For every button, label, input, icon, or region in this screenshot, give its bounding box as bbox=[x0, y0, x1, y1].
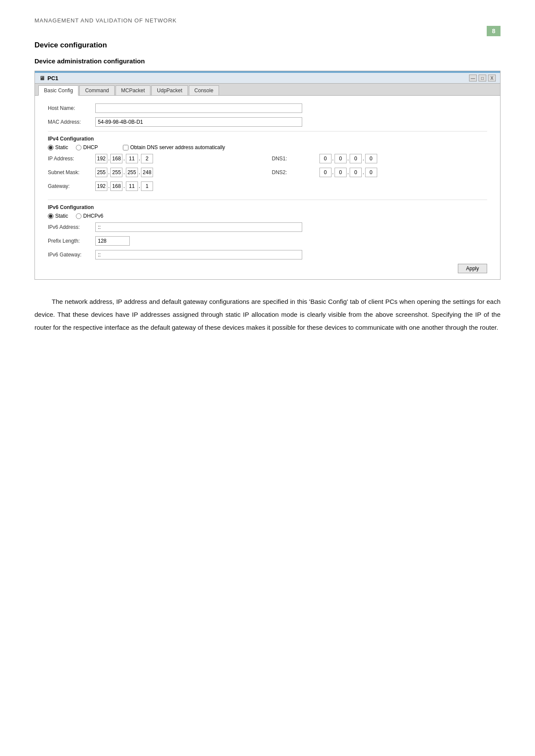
minimize-button[interactable]: — bbox=[469, 75, 477, 81]
dns1-c[interactable] bbox=[350, 154, 362, 163]
tab-basic-config[interactable]: Basic Config bbox=[38, 85, 78, 96]
page-number: 8 bbox=[487, 26, 501, 36]
ip-b[interactable] bbox=[110, 154, 122, 163]
ipv6-dhcpv6-radio[interactable]: DHCPv6 bbox=[76, 213, 103, 219]
maximize-button[interactable]: □ bbox=[479, 75, 486, 81]
ipv6-static-radio[interactable]: Static bbox=[48, 213, 68, 219]
ip-c[interactable] bbox=[126, 154, 138, 163]
dns2-b[interactable] bbox=[335, 168, 347, 177]
dns1-b[interactable] bbox=[335, 154, 347, 163]
dns2-c[interactable] bbox=[350, 168, 362, 177]
ip-a[interactable] bbox=[95, 154, 107, 163]
ip-address-label: IP Address: bbox=[48, 156, 95, 162]
ipv4-dhcp-radio[interactable]: DHCP bbox=[76, 144, 98, 150]
ipv6-address-label: IPv6 Address: bbox=[48, 224, 95, 230]
dns1-a[interactable] bbox=[319, 154, 332, 163]
gw-c[interactable] bbox=[126, 181, 138, 191]
ipv6-heading: IPv6 Configuration bbox=[48, 204, 487, 210]
header-title: MANAGEMENT AND VALIDATION OF NETWORK bbox=[34, 17, 501, 24]
dns2-a[interactable] bbox=[319, 168, 332, 177]
ipv4-static-radio[interactable]: Static bbox=[48, 144, 68, 150]
ipv6-gateway-label: IPv6 Gateway: bbox=[48, 252, 95, 258]
mac-address-label: MAC Address: bbox=[48, 119, 95, 125]
obtain-dns-checkbox[interactable]: Obtain DNS server address automatically bbox=[123, 144, 225, 150]
device-config-window: 🖥 PC1 — □ X Basic Config Command MCPacke… bbox=[34, 71, 501, 280]
prefix-length-label: Prefix Length: bbox=[48, 238, 95, 244]
gw-a[interactable] bbox=[95, 181, 107, 191]
window-title-text: PC1 bbox=[47, 75, 58, 81]
section-title: Device configuration bbox=[34, 41, 501, 50]
mac-address-input[interactable] bbox=[95, 117, 302, 127]
gw-b[interactable] bbox=[110, 181, 122, 191]
gateway-label: Gateway: bbox=[48, 183, 95, 189]
host-name-label: Host Name: bbox=[48, 105, 95, 111]
subnet-a[interactable] bbox=[95, 168, 107, 177]
subsection-title: Device administration configuration bbox=[34, 57, 501, 65]
subnet-b[interactable] bbox=[110, 168, 122, 177]
tab-console[interactable]: Console bbox=[189, 85, 219, 95]
subnet-mask-label: Subnet Mask: bbox=[48, 169, 95, 175]
subnet-d[interactable] bbox=[141, 168, 153, 177]
prefix-length-input[interactable] bbox=[95, 236, 130, 246]
ipv6-address-input[interactable] bbox=[95, 222, 302, 232]
body-text: The network address, IP address and defa… bbox=[34, 295, 501, 334]
tab-udppacket[interactable]: UdpPacket bbox=[151, 85, 188, 95]
apply-button[interactable]: Apply bbox=[458, 264, 487, 273]
gw-d[interactable] bbox=[141, 181, 153, 191]
ipv4-heading: IPv4 Configuration bbox=[48, 136, 487, 142]
subnet-c[interactable] bbox=[126, 168, 138, 177]
ipv6-gateway-input[interactable] bbox=[95, 250, 302, 259]
host-name-input[interactable] bbox=[95, 103, 302, 113]
tab-command[interactable]: Command bbox=[79, 85, 114, 95]
tab-mcpacket[interactable]: MCPacket bbox=[116, 85, 150, 95]
dns2-d[interactable] bbox=[365, 168, 377, 177]
window-title-icon: 🖥 bbox=[39, 75, 45, 81]
dns1-d[interactable] bbox=[365, 154, 377, 163]
dns2-label: DNS2: bbox=[272, 169, 319, 175]
dns1-label: DNS1: bbox=[272, 156, 319, 162]
close-button[interactable]: X bbox=[488, 75, 496, 81]
ip-d[interactable] bbox=[141, 154, 153, 163]
